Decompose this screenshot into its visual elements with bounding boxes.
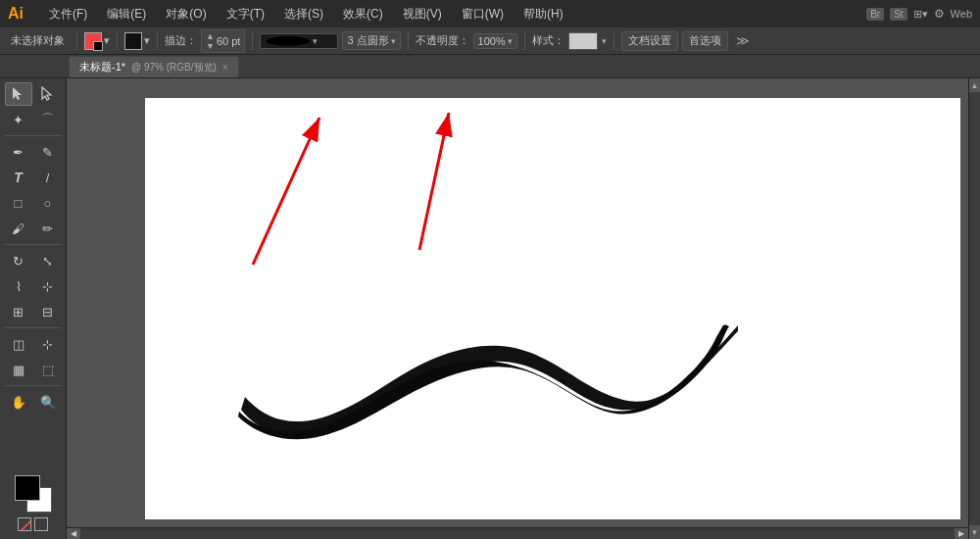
document-tab[interactable]: 未标题-1* @ 97% (RGB/预览) × — [69, 56, 239, 77]
gradient-tool[interactable]: ◫ — [5, 332, 32, 356]
fill-dropdown-arrow[interactable]: ▾ — [144, 34, 150, 47]
chart-tool[interactable]: ▦ — [5, 358, 32, 381]
select-tool[interactable] — [5, 82, 32, 106]
rect-tool[interactable]: □ — [5, 191, 32, 215]
svg-line-4 — [419, 113, 449, 250]
hand-tool[interactable]: ✋ — [5, 390, 32, 414]
stroke-value: 60 pt — [217, 35, 240, 47]
tool-row-4: T / — [5, 166, 62, 189]
tool-row-3: ✒ ✎ — [5, 140, 62, 164]
menu-effect[interactable]: 效果(C) — [339, 4, 387, 24]
svg-marker-0 — [13, 87, 22, 100]
menu-window[interactable]: 窗口(W) — [458, 4, 508, 24]
zoom-tool[interactable]: 🔍 — [34, 390, 62, 414]
tool-row-2: ✦ ⌒ — [5, 108, 62, 131]
mesh-tool[interactable]: ⊹ — [34, 332, 62, 356]
tab-title: 未标题-1* — [79, 60, 125, 74]
drawing-canvas[interactable] — [145, 98, 960, 519]
sep5 — [408, 32, 409, 50]
menu-view[interactable]: 视图(V) — [399, 4, 446, 24]
style-dropdown-arrow[interactable]: ▾ — [602, 36, 607, 46]
fill-color-swatch[interactable] — [124, 32, 142, 50]
sep1 — [76, 32, 77, 50]
vertical-scrollbar[interactable]: ▲ ▼ — [968, 78, 980, 539]
style-preview[interactable] — [568, 32, 598, 50]
stroke-color-swatch[interactable] — [84, 32, 102, 50]
search-icon[interactable]: ⚙ — [934, 7, 945, 21]
doc-settings-button[interactable]: 文档设置 — [621, 31, 678, 51]
scroll-up-button[interactable]: ▲ — [969, 78, 981, 92]
tool-sep-3 — [5, 327, 62, 328]
main-area: ✦ ⌒ ✒ ✎ T / □ ○ 🖌 ✏ ↻ ⤡ ⌇ ⊹ ⊞ — [0, 78, 980, 539]
menu-edit[interactable]: 编辑(E) — [103, 4, 150, 24]
slice-tool[interactable]: ⬚ — [34, 358, 62, 381]
menu-object[interactable]: 对象(O) — [162, 4, 210, 24]
svg-line-3 — [253, 118, 319, 265]
tab-info: @ 97% (RGB/预览) — [131, 61, 217, 74]
title-bar: Ai 文件(F) 编辑(E) 对象(O) 文字(T) 选择(S) 效果(C) 视… — [0, 0, 980, 27]
direct-select-tool[interactable] — [34, 82, 62, 106]
opacity-label: 不透明度： — [416, 33, 469, 48]
menu-text[interactable]: 文字(T) — [222, 4, 269, 24]
shape-builder-tool[interactable]: ⊞ — [5, 300, 32, 323]
magic-wand-tool[interactable]: ✦ — [5, 108, 32, 131]
scroll-down-button[interactable]: ▼ — [969, 525, 981, 539]
line-tool[interactable]: / — [34, 166, 62, 189]
lasso-tool[interactable]: ⌒ — [34, 108, 62, 131]
add-anchor-tool[interactable]: ✎ — [34, 140, 62, 164]
brush-tool[interactable]: 🖌 — [5, 217, 32, 240]
tool-row-5: □ ○ — [5, 191, 62, 215]
scale-tool[interactable]: ⤡ — [34, 249, 62, 272]
pencil-tool[interactable]: ✏ — [34, 217, 62, 240]
stock-icon[interactable]: St — [890, 8, 906, 21]
canvas-area: ▲ ▼ ◀ ▶ — [67, 78, 980, 539]
tool-row-7: ↻ ⤡ — [5, 249, 62, 272]
menu-file[interactable]: 文件(F) — [45, 4, 91, 24]
tool-sep-2 — [5, 244, 62, 245]
sep4 — [252, 32, 253, 50]
opacity-dropdown-arrow: ▾ — [508, 36, 513, 46]
type-tool[interactable]: T — [5, 166, 32, 189]
tool-row-10: ◫ ⊹ — [5, 332, 62, 356]
opacity-control[interactable]: 100% ▾ — [473, 33, 517, 49]
tool-row-11: ▦ ⬚ — [5, 358, 62, 381]
live-paint-tool[interactable]: ⊟ — [34, 300, 62, 323]
warp-tool[interactable]: ⌇ — [5, 274, 32, 298]
toolbox: ✦ ⌒ ✒ ✎ T / □ ○ 🖌 ✏ ↻ ⤡ ⌇ ⊹ ⊞ — [0, 78, 67, 539]
none-swatch[interactable] — [18, 517, 31, 531]
scroll-horizontal-track[interactable] — [80, 529, 955, 539]
sep6 — [524, 32, 525, 50]
stroke-color-group: ▾ — [84, 32, 110, 50]
pen-tool[interactable]: ✒ — [5, 140, 32, 164]
menu-bar: 文件(F) 编辑(E) 对象(O) 文字(T) 选择(S) 效果(C) 视图(V… — [45, 4, 866, 24]
sep7 — [613, 32, 614, 50]
stroke-size-control[interactable]: ▲▼ 60 pt — [201, 29, 245, 53]
stroke-dropdown-arrow[interactable]: ▾ — [104, 34, 110, 47]
preferences-button[interactable]: 首选项 — [682, 31, 728, 51]
options-toolbar: 未选择对象 ▾ ▾ 描边： ▲▼ 60 pt ▾ 3 点圆形 ▾ 不透明度： 1… — [0, 27, 980, 55]
style-label: 样式： — [532, 33, 564, 48]
brush-name-label: 3 点圆形 — [347, 33, 388, 48]
horizontal-scrollbar[interactable]: ◀ ▶ — [67, 527, 968, 539]
rotate-tool[interactable]: ↻ — [5, 249, 32, 272]
scroll-track[interactable] — [969, 92, 981, 525]
tool-sep-4 — [5, 385, 62, 386]
more-options-icon[interactable]: ≫ — [736, 33, 750, 48]
ellipse-tool[interactable]: ○ — [34, 191, 62, 215]
swap-colors-icon[interactable] — [34, 517, 48, 531]
brush-preview[interactable]: ▾ — [260, 33, 338, 49]
bridge-icon[interactable]: Br — [866, 8, 884, 21]
brush-dropdown-arrow: ▾ — [391, 36, 396, 46]
tool-sep-1 — [5, 135, 62, 136]
free-transform-tool[interactable]: ⊹ — [34, 274, 62, 298]
stroke-label: 描边： — [165, 33, 197, 48]
menu-help[interactable]: 帮助(H) — [519, 4, 567, 24]
foreground-color-swatch[interactable] — [15, 475, 40, 501]
menu-select[interactable]: 选择(S) — [280, 4, 327, 24]
scroll-right-button[interactable]: ▶ — [955, 528, 968, 540]
scroll-left-button[interactable]: ◀ — [67, 528, 80, 540]
selection-label: 未选择对象 — [6, 30, 70, 51]
arrange-icon[interactable]: ⊞▾ — [913, 8, 928, 21]
brush-name-control[interactable]: 3 点圆形 ▾ — [342, 31, 400, 50]
tab-close-button[interactable]: × — [222, 62, 228, 73]
